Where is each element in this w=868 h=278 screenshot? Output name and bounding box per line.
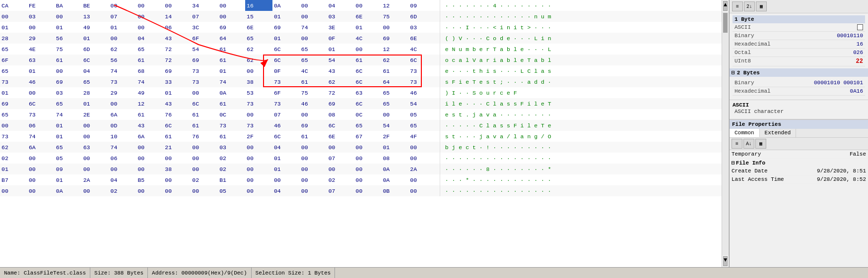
hex-cell[interactable]: 61	[354, 55, 382, 65]
hex-cell[interactable]: 62	[0, 142, 27, 153]
hex-cell[interactable]: 12	[136, 98, 163, 109]
table-row[interactable]: 00000A00020000000500040007000B00· · · · …	[0, 185, 722, 196]
hex-cell[interactable]: 73	[272, 98, 300, 109]
hex-cell[interactable]: 73	[245, 120, 272, 131]
hex-cell[interactable]: 2F	[245, 131, 272, 142]
hex-cell[interactable]: 65	[300, 44, 327, 55]
hex-cell[interactable]: 00	[163, 174, 191, 185]
hex-cell[interactable]: 46	[300, 98, 327, 109]
hex-cell[interactable]: 65	[354, 120, 382, 131]
hex-cell[interactable]: 65	[381, 87, 408, 98]
hex-cell[interactable]: 00	[109, 0, 136, 11]
hex-cell[interactable]: 56	[109, 55, 136, 65]
hex-cell[interactable]: 61	[218, 55, 245, 65]
hex-cell[interactable]: 61	[381, 65, 408, 76]
hex-cell[interactable]: 0C	[218, 109, 245, 120]
hex-cell[interactable]: 61	[300, 76, 327, 87]
hex-cell[interactable]: 03	[327, 11, 354, 22]
tab-extended[interactable]: Extended	[760, 129, 797, 137]
hex-cell[interactable]: 64	[381, 76, 408, 87]
hex-cell[interactable]: 00	[354, 153, 382, 164]
hex-cell[interactable]: 00	[300, 109, 327, 120]
hex-cell[interactable]: 65	[245, 33, 272, 44]
hex-cell[interactable]: 06	[163, 22, 191, 33]
tab-common[interactable]: Common	[730, 129, 760, 137]
hex-cell[interactable]: 00	[27, 22, 55, 33]
hex-cell[interactable]: 6E	[245, 22, 272, 33]
hex-cell[interactable]: 73	[218, 120, 245, 131]
hex-cell[interactable]: 61	[218, 131, 245, 142]
hex-cell[interactable]: 08	[381, 153, 408, 164]
hex-cell[interactable]: 00	[27, 87, 55, 98]
hex-cell[interactable]: 02	[191, 174, 218, 185]
hex-cell[interactable]: 00	[218, 0, 245, 11]
hex-cell[interactable]: 29	[109, 87, 136, 98]
hex-cell[interactable]: 54	[381, 120, 408, 131]
hex-cell[interactable]: 2A	[82, 174, 109, 185]
hex-cell[interactable]: 01	[27, 65, 55, 76]
hex-cell[interactable]: 61	[218, 44, 245, 55]
hex-cell[interactable]: 54	[191, 44, 218, 55]
hex-cell[interactable]: 01	[272, 33, 300, 44]
hex-cell[interactable]: 00	[0, 11, 27, 22]
hex-cell[interactable]: 74	[300, 22, 327, 33]
table-row[interactable]: 01000900000038000200010000000A2A· · · · …	[0, 164, 722, 174]
hex-cell[interactable]: 28	[0, 33, 27, 44]
hex-cell[interactable]: 00	[82, 164, 109, 174]
hex-cell[interactable]: 09	[55, 164, 82, 174]
hex-cell[interactable]: 63	[82, 142, 109, 153]
hex-cell[interactable]: 09	[408, 0, 436, 11]
hex-cell[interactable]: 06	[109, 153, 136, 164]
hex-cell[interactable]: 01	[327, 44, 354, 55]
hex-cell[interactable]: 00	[191, 185, 218, 196]
hex-cell[interactable]: 46	[408, 87, 436, 98]
scrollbar[interactable]: ▲ ▼	[722, 0, 729, 267]
hex-cell[interactable]: 00	[55, 11, 82, 22]
hex-cell[interactable]: 00	[163, 153, 191, 164]
hex-cell[interactable]: 73	[0, 131, 27, 142]
table-row[interactable]: 000300130700140700150100036E756D· · · · …	[0, 11, 722, 22]
hex-cell[interactable]: 6C	[354, 98, 382, 109]
hex-cell[interactable]: 6F	[0, 55, 27, 65]
hex-cell[interactable]: 01	[55, 22, 82, 33]
hex-cell[interactable]: 62	[245, 55, 272, 65]
hex-cell[interactable]: 00	[0, 120, 27, 131]
scroll-up-btn[interactable]: ▲	[723, 1, 728, 11]
hex-cell[interactable]: 61	[191, 120, 218, 131]
hex-cell[interactable]: 69	[191, 55, 218, 65]
hex-cell[interactable]: 65	[55, 98, 82, 109]
hex-cell[interactable]: 61	[136, 55, 163, 65]
hex-cell[interactable]: 73	[272, 76, 300, 87]
hex-cell[interactable]: 01	[272, 153, 300, 164]
hex-cell[interactable]: 04	[82, 65, 109, 76]
hex-cell[interactable]: 03	[408, 22, 436, 33]
table-row[interactable]: 654E756D6265725461626C650100124Ce N u m …	[0, 44, 722, 55]
hex-cell[interactable]: 00	[82, 153, 109, 164]
hex-cell[interactable]: 6C	[272, 55, 300, 65]
hex-cell[interactable]: 76	[163, 109, 191, 120]
hex-cell[interactable]: 74	[136, 76, 163, 87]
hex-cell[interactable]: 02	[109, 185, 136, 196]
hex-cell[interactable]: 00	[109, 98, 136, 109]
hex-cell[interactable]: 6E	[327, 131, 354, 142]
hex-cell[interactable]: 65	[0, 109, 27, 120]
hex-cell[interactable]: 0F	[272, 65, 300, 76]
hex-cell[interactable]: 0B	[381, 185, 408, 196]
hex-cell[interactable]: 4F	[408, 131, 436, 142]
hex-cell[interactable]: 3C	[191, 22, 218, 33]
hex-cell[interactable]: 72	[163, 55, 191, 65]
hex-cell[interactable]: 07	[109, 11, 136, 22]
scroll-thumb[interactable]	[723, 13, 728, 33]
hex-cell[interactable]: 00	[245, 174, 272, 185]
hex-cell[interactable]: 04	[272, 185, 300, 196]
hex-cell[interactable]: 61	[136, 109, 163, 120]
hex-cell[interactable]: 01	[163, 87, 191, 98]
hex-cell[interactable]: 07	[191, 11, 218, 22]
hex-cell[interactable]: 00	[354, 174, 382, 185]
hex-cell[interactable]: 01	[55, 174, 82, 185]
hex-cell[interactable]: 61	[218, 98, 245, 109]
hex-cell[interactable]: 14	[163, 11, 191, 22]
hex-cell[interactable]: 00	[300, 0, 327, 11]
hex-cell[interactable]: 69	[381, 33, 408, 44]
table-row[interactable]: 650100047468697301000F4C436C6173e · · · …	[0, 65, 722, 76]
